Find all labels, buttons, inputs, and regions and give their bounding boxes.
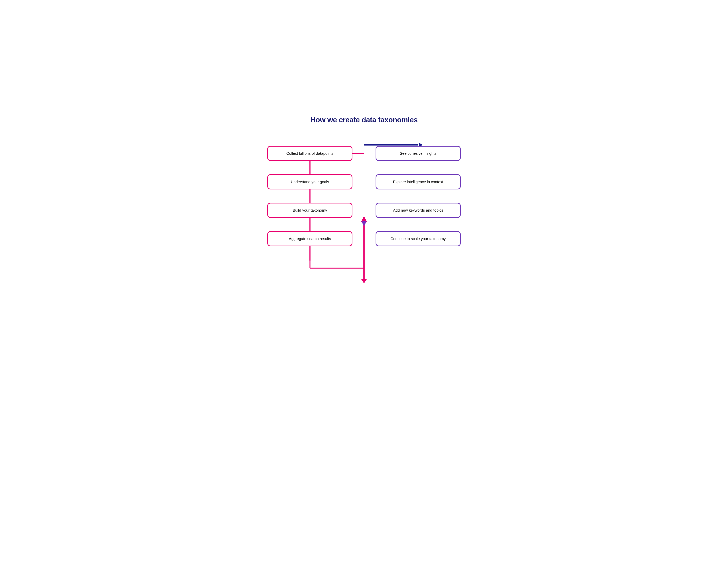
box-aggregate: Aggregate search results (267, 231, 353, 246)
box-understand: Understand your goals (267, 174, 353, 190)
boxes-overlay: Collect billions of datapoints Understan… (260, 135, 468, 465)
box-see: See cohesive insights (375, 146, 461, 161)
box-collect: Collect billions of datapoints (267, 146, 353, 161)
box-build: Build your taxonomy (267, 203, 353, 218)
box-add: Add new keywords and topics (375, 203, 461, 218)
diagram: Collect billions of datapoints Understan… (260, 135, 468, 465)
box-continue: Continue to scale your taxonomy (375, 231, 461, 246)
page-title: How we create data taxonomies (260, 116, 468, 124)
box-explore: Explore intelligence in context (375, 174, 461, 190)
